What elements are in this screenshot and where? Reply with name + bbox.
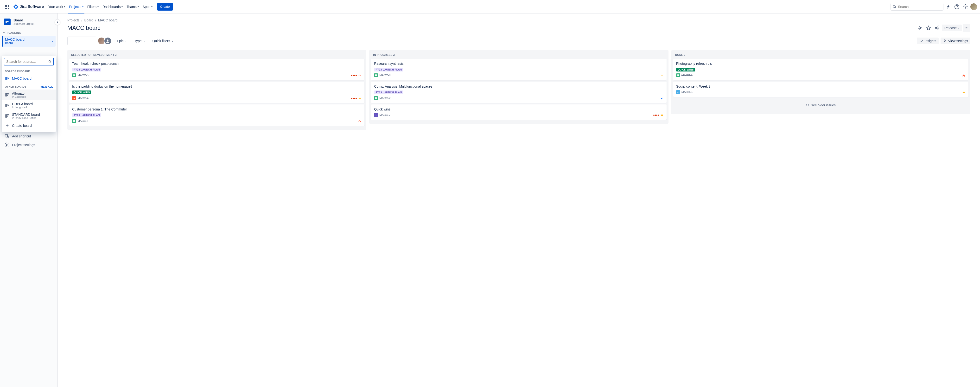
epic-filter[interactable]: Epic▾ [115,38,129,44]
story-icon [374,96,378,100]
project-type: Software project [13,22,34,25]
epic-tag: QUICK WINS [72,91,91,94]
board-icon [5,92,10,97]
settings-icon[interactable] [962,3,969,11]
sidebar-add-shortcut[interactable]: Add shortcut [2,132,56,140]
epic-icon [374,113,378,117]
epic-tag: FY23 LAUNCH PLAN [374,91,403,94]
svg-line-45 [937,28,938,29]
issue-card[interactable]: Photography refresh plsQUICK WINSMACC-6 [673,59,969,80]
unassigned-avatar[interactable] [104,37,111,45]
svg-rect-2 [8,5,9,6]
svg-rect-20 [7,77,8,79]
svg-rect-15 [7,21,8,22]
quick-filters[interactable]: Quick filters▾ [150,38,176,44]
card-title: Photography refresh pls [676,62,966,65]
story-icon [72,73,76,77]
issue-card[interactable]: Research synthesisFY23 LAUNCH PLANMACC-8 [371,59,666,80]
dropdown-board-item[interactable]: STANDARD boardin Drury Lane Coffee [2,111,56,121]
svg-point-13 [965,6,966,8]
gear-icon [4,142,9,147]
crumb-current[interactable]: MACC board [98,18,118,22]
jira-logo[interactable]: Jira Software [11,4,45,10]
card-title: Comp. Analysis: Multifunctional spaces [374,84,663,88]
crumb-projects[interactable]: Projects [67,18,80,22]
crumb-board[interactable]: Board [84,18,93,22]
nav-projects[interactable]: Projects▾ [67,3,85,11]
share-icon[interactable] [933,24,941,32]
insights-button[interactable]: Insights [917,38,939,44]
issue-key: MACC-8 [379,74,390,77]
svg-rect-0 [5,5,6,6]
automation-icon[interactable] [916,24,924,32]
issue-card[interactable]: Social content: Week 2MACC-3 [673,81,969,97]
planning-section-label[interactable]: PLANNING [2,29,56,35]
svg-point-55 [944,40,945,40]
board-icon [5,114,10,118]
create-button[interactable]: Create [158,3,173,11]
star-icon[interactable] [925,24,932,32]
sidebar-project-settings[interactable]: Project settings [2,140,56,149]
dropdown-board-item[interactable]: CUPPA boardin Long black [2,100,56,111]
chevron-down-icon: ▾ [121,5,123,8]
svg-rect-22 [6,93,6,96]
sprint-dots [351,75,357,76]
release-button[interactable]: Release▾ [942,25,962,31]
priority-icon [660,73,664,77]
view-all-boards-link[interactable]: VIEW ALL [40,85,53,88]
priority-icon [358,96,361,100]
see-older-issues[interactable]: See older issues [673,99,969,112]
type-filter[interactable]: Type▾ [132,38,147,44]
svg-point-46 [965,27,966,28]
user-avatar[interactable] [970,3,977,10]
notifications-icon[interactable] [944,3,952,11]
nav-your-work[interactable]: Your work▾ [46,3,67,11]
search-icon [892,5,897,9]
dropdown-current-board[interactable]: MACC board [2,74,56,83]
global-search-input[interactable] [898,5,941,9]
board-selector[interactable]: MACC board Board ▾ [2,36,56,47]
board-search[interactable] [67,37,96,45]
board-column: SELECTED FOR DEVELOPMENT 3Team health ch… [67,50,366,130]
view-settings-button[interactable]: View settings [940,38,970,44]
issue-key: MACC-1 [78,119,89,123]
svg-rect-5 [8,6,9,7]
board-column: DONE 2Photography refresh plsQUICK WINSM… [671,50,970,114]
sidebar-collapse-button[interactable] [55,19,60,25]
assignee-filter[interactable] [99,37,111,45]
task-icon [676,90,680,94]
dropdown-board-item[interactable]: Affogatoin Espresso [2,89,56,100]
issue-card[interactable]: Team health check post-launchFY23 LAUNCH… [69,59,364,80]
app-switcher-icon[interactable] [3,3,11,11]
issue-card[interactable]: Customer persona 1: The CommuterFY23 LAU… [69,104,364,126]
search-icon [48,60,51,64]
board-column: IN PROGRESS 3Research synthesisFY23 LAUN… [369,50,668,124]
sliders-icon [943,39,947,43]
svg-point-17 [49,61,51,62]
svg-point-9 [893,5,895,8]
nav-teams[interactable]: Teams▾ [125,3,140,11]
board-search-input[interactable] [6,60,48,64]
nav-filters[interactable]: Filters▾ [85,3,100,11]
board-icon [5,76,10,81]
svg-rect-6 [5,8,6,9]
global-search[interactable] [891,3,943,11]
issue-card[interactable]: Comp. Analysis: Multifunctional spacesFY… [371,81,666,103]
issue-card[interactable]: Is the padding dodgy on the homepage?!QU… [69,81,364,103]
sprint-dots [653,115,659,116]
priority-icon [660,113,664,117]
svg-point-43 [938,29,939,30]
board-search[interactable] [4,58,54,65]
epic-tag: FY23 LAUNCH PLAN [374,68,403,72]
page-title: MACC board [67,25,101,31]
svg-point-57 [944,41,945,42]
issue-key: MACC-4 [78,97,89,100]
issue-card[interactable]: Quick winsMACC-7 [371,104,666,120]
nav-dashboards[interactable]: Dashboards▾ [100,3,125,11]
nav-apps[interactable]: Apps▾ [141,3,154,11]
help-icon[interactable] [953,3,961,11]
svg-rect-26 [7,104,8,106]
create-board-item[interactable]: Create board [2,121,56,130]
more-actions-icon[interactable] [963,24,970,32]
priority-icon [962,73,966,77]
